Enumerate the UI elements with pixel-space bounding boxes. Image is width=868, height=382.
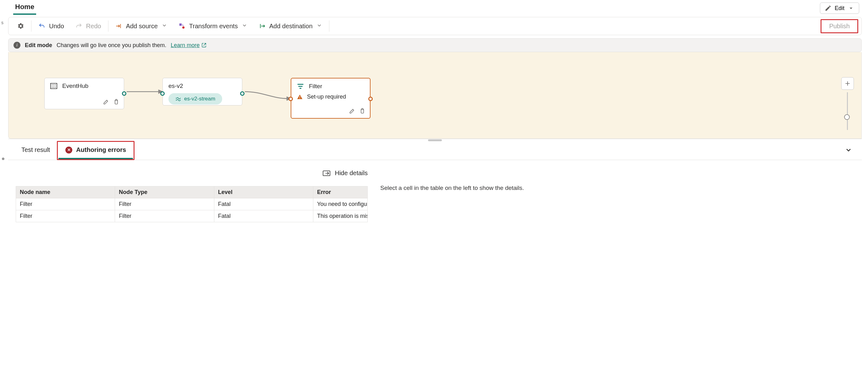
svg-rect-11 [300,96,300,98]
hide-details-button[interactable]: Hide details [16,170,368,177]
table-row[interactable]: Filter Filter Fatal You need to configur… [16,198,368,210]
input-port[interactable] [288,97,293,101]
svg-point-7 [54,86,54,88]
tab-test-result[interactable]: Test result [14,142,57,159]
col-header-error[interactable]: Error [313,186,368,198]
bottom-tabs: Test result ✕ Authoring errors [8,141,862,160]
stream-pill[interactable]: es-v2-stream [168,93,222,105]
col-header-node-name[interactable]: Node name [16,186,115,198]
table-row[interactable]: Filter Filter Fatal This operation is mi… [16,210,368,222]
svg-point-8 [55,86,56,88]
tab-authoring-errors[interactable]: ✕ Authoring errors [58,142,133,159]
connector-esv2-to-filter [244,87,292,103]
connector-eventhub-to-esv2 [125,87,164,97]
col-header-level[interactable]: Level [214,186,313,198]
external-link-icon [202,43,207,48]
error-detail-placeholder: Select a cell in the table on the left t… [380,170,854,222]
transform-events-label: Transform events [189,23,238,30]
stream-icon [175,97,181,101]
collapse-right-icon [323,170,330,176]
publish-button[interactable]: Publish [820,19,858,33]
redo-label: Redo [86,23,101,30]
plus-icon [844,80,851,86]
caret-down-icon [847,5,855,12]
svg-point-1 [182,26,184,29]
redo-button[interactable]: Redo [70,23,107,30]
add-destination-label: Add destination [269,23,313,30]
svg-rect-12 [300,98,300,99]
learn-more-link[interactable]: Learn more [170,42,207,49]
learn-more-label: Learn more [170,42,199,49]
svg-rect-0 [180,24,182,26]
table-header-row: Node name Node Type Level Error [16,186,368,198]
stream-pill-label: es-v2-stream [184,96,215,102]
chevron-down-icon [161,23,167,30]
toolbar: Undo Redo Add source [8,17,862,35]
tab-home[interactable]: Home [13,2,36,15]
cell-error[interactable]: You need to configure t [313,198,368,210]
delete-node-button[interactable] [113,99,119,106]
destination-out-icon [259,23,266,30]
cell-level[interactable]: Fatal [214,210,313,222]
undo-icon [38,23,45,30]
add-source-button[interactable]: Add source [110,23,173,30]
cell-node-type[interactable]: Filter [115,198,214,210]
svg-point-4 [54,84,54,85]
sidebar-dot [2,158,4,160]
edit-node-button[interactable] [103,99,110,106]
svg-point-6 [52,86,53,88]
output-port[interactable] [368,97,373,101]
node-eventhub-title: EventHub [62,82,88,90]
errors-panel: Hide details Node name Node Type Level E… [8,160,862,230]
settings-button[interactable] [12,23,30,30]
chevron-down-icon [845,146,852,154]
collapse-panel-button[interactable] [842,143,856,158]
add-node-button[interactable] [841,77,854,90]
edit-button[interactable]: Edit [820,2,859,14]
input-port[interactable] [160,91,165,96]
cell-error[interactable]: This operation is missin [313,210,368,222]
zoom-slider[interactable] [847,92,848,130]
gear-icon [17,23,24,30]
transform-icon [179,23,185,30]
undo-button[interactable]: Undo [33,23,70,30]
cell-node-name[interactable]: Filter [16,198,115,210]
cell-node-name[interactable]: Filter [16,210,115,222]
filter-icon [297,83,304,90]
cell-level[interactable]: Fatal [214,198,313,210]
sidebar-hint-letter: s [1,20,3,25]
canvas[interactable]: EventHub es-v2 es-v2-s [8,52,862,139]
delete-node-button[interactable] [359,108,366,115]
chevron-down-icon [242,23,247,30]
info-bar: i Edit mode Changes will go live once yo… [8,38,862,52]
node-filter-warning: Set-up required [307,94,346,100]
info-bar-title: Edit mode [25,42,52,49]
undo-label: Undo [49,23,64,30]
header: Home Edit [8,1,862,15]
redo-icon [75,23,82,30]
svg-rect-2 [51,83,57,89]
transform-events-button[interactable]: Transform events [173,23,253,30]
add-destination-button[interactable]: Add destination [253,23,328,30]
warning-icon [297,94,303,100]
edit-node-button[interactable] [349,108,355,115]
cell-node-type[interactable]: Filter [115,210,214,222]
hide-details-label: Hide details [335,170,368,177]
chevron-down-icon [316,23,322,30]
tab-authoring-errors-label: Authoring errors [76,146,126,153]
edit-button-label: Edit [835,5,844,12]
node-filter-title: Filter [309,83,322,90]
info-icon: i [13,42,21,49]
source-in-icon [115,23,122,30]
node-esv2[interactable]: es-v2 es-v2-stream [162,78,242,105]
zoom-thumb[interactable] [844,114,850,120]
node-eventhub[interactable]: EventHub [44,78,124,109]
node-filter[interactable]: Filter Set-up required [291,78,371,119]
eventhub-icon [50,82,57,90]
svg-point-5 [55,84,56,85]
pencil-icon [825,5,832,12]
col-header-node-type[interactable]: Node Type [115,186,214,198]
svg-point-3 [52,84,53,85]
info-bar-message: Changes will go live once you publish th… [57,42,166,49]
panel-resizer[interactable] [8,139,862,141]
